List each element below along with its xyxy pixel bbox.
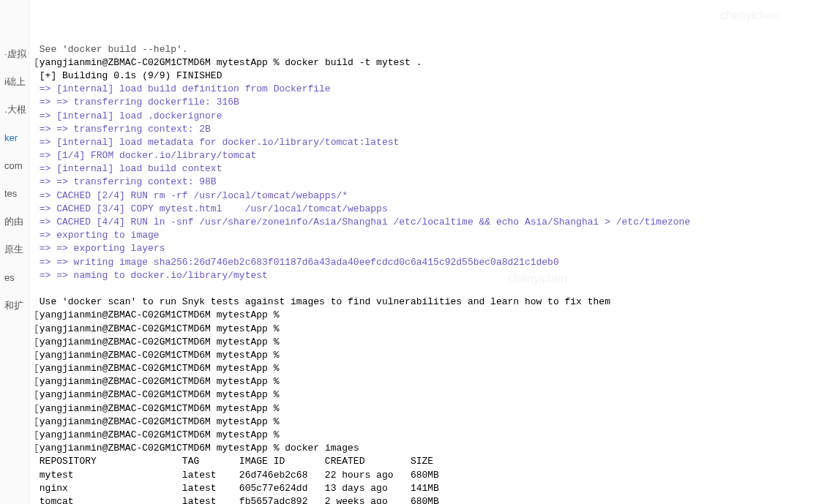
- shell-command: docker build -t mytest .: [285, 57, 422, 68]
- terminal-line: => CACHED [4/4] RUN ln -snf /usr/share/z…: [34, 216, 812, 229]
- sidebar-item-6[interactable]: 的由: [0, 208, 29, 236]
- sidebar-item-2[interactable]: .大根: [0, 96, 29, 124]
- watermark-1: chenyichen: [720, 7, 779, 23]
- shell-prompt: yangjianmin@ZBMAC-C02GM1CTMD6M mytestApp…: [40, 336, 285, 347]
- terminal-line: [+] Building 0.1s (9/9) FINISHED: [34, 69, 812, 83]
- terminal-line: [yangjianmin@ZBMAC-C02GM1CTMD6M mytestAp…: [34, 362, 812, 375]
- sidebar-item-1[interactable]: i础上: [0, 68, 29, 96]
- terminal-line: [yangjianmin@ZBMAC-C02GM1CTMD6M mytestAp…: [34, 415, 812, 429]
- terminal-line: [yangjianmin@ZBMAC-C02GM1CTMD6M mytestAp…: [34, 402, 812, 415]
- terminal-line: => CACHED [2/4] RUN rm -rf /usr/local/to…: [34, 189, 812, 203]
- terminal-line: => [internal] load .dockerignore: [34, 110, 812, 123]
- sidebar-item-3[interactable]: ker: [0, 124, 29, 152]
- shell-prompt: yangjianmin@ZBMAC-C02GM1CTMD6M mytestApp…: [40, 57, 285, 68]
- terminal-line: => CACHED [3/4] COPY mytest.html /usr/lo…: [34, 203, 812, 216]
- terminal-line: [yangjianmin@ZBMAC-C02GM1CTMD6M mytestAp…: [34, 323, 812, 336]
- terminal-line: Use 'docker scan' to run Snyk tests agai…: [34, 296, 812, 309]
- shell-prompt: yangjianmin@ZBMAC-C02GM1CTMD6M mytestApp…: [40, 389, 285, 400]
- sidebar-item-4[interactable]: com: [0, 152, 29, 180]
- sidebar: ·虚拟 i础上 .大根 ker com tes 的由 原生 es 和扩: [0, 0, 29, 504]
- terminal-line: => => writing image sha256:26d746eb2c683…: [34, 256, 812, 269]
- terminal-line: => => transferring context: 98B: [34, 176, 812, 189]
- terminal-line: [yangjianmin@ZBMAC-C02GM1CTMD6M mytestAp…: [34, 442, 812, 455]
- images-table-header: REPOSITORY TAG IMAGE ID CREATED SIZE: [34, 455, 812, 468]
- terminal-line: [yangjianmin@ZBMAC-C02GM1CTMD6M mytestAp…: [34, 56, 812, 69]
- terminal-line: [yangjianmin@ZBMAC-C02GM1CTMD6M mytestAp…: [34, 429, 812, 442]
- sidebar-item-8[interactable]: es: [0, 264, 29, 292]
- terminal-line: => => transferring context: 2B: [34, 123, 812, 136]
- terminal-line: [yangjianmin@ZBMAC-C02GM1CTMD6M mytestAp…: [34, 336, 812, 349]
- terminal-line: => [1/4] FROM docker.io/library/tomcat: [34, 149, 812, 162]
- shell-command: docker images: [285, 443, 359, 454]
- terminal-line: [yangjianmin@ZBMAC-C02GM1CTMD6M mytestAp…: [34, 375, 812, 388]
- terminal-line: => => transferring dockerfile: 316B: [34, 96, 812, 109]
- shell-prompt: yangjianmin@ZBMAC-C02GM1CTMD6M mytestApp…: [40, 403, 285, 414]
- terminal-line: => exporting to image: [34, 229, 812, 242]
- terminal-line: => [internal] load metadata for docker.i…: [34, 136, 812, 149]
- sidebar-item-7[interactable]: 原生: [0, 236, 29, 263]
- shell-prompt: yangjianmin@ZBMAC-C02GM1CTMD6M mytestApp…: [40, 350, 285, 361]
- sidebar-item-0[interactable]: ·虚拟: [0, 40, 29, 68]
- terminal-line: => => exporting layers: [34, 242, 812, 255]
- terminal-line: See 'docker build --help'.: [34, 43, 812, 56]
- images-table-row: nginx latest 605c77e624dd 13 days ago 14…: [34, 482, 812, 495]
- terminal-line: => [internal] load build context: [34, 162, 812, 176]
- shell-prompt: yangjianmin@ZBMAC-C02GM1CTMD6M mytestApp…: [40, 376, 285, 387]
- shell-prompt: yangjianmin@ZBMAC-C02GM1CTMD6M mytestApp…: [40, 323, 285, 334]
- terminal-output[interactable]: chenyichen chenyichen See 'docker build …: [29, 0, 816, 504]
- shell-prompt: yangjianmin@ZBMAC-C02GM1CTMD6M mytestApp…: [40, 429, 285, 440]
- images-table-row: mytest latest 26d746eb2c68 22 hours ago …: [34, 469, 812, 482]
- shell-prompt: yangjianmin@ZBMAC-C02GM1CTMD6M mytestApp…: [40, 363, 285, 374]
- sidebar-item-5[interactable]: tes: [0, 180, 29, 208]
- shell-prompt: yangjianmin@ZBMAC-C02GM1CTMD6M mytestApp…: [40, 309, 285, 320]
- terminal-line: => => naming to docker.io/library/mytest: [34, 269, 812, 282]
- sidebar-item-9[interactable]: 和扩: [0, 292, 29, 320]
- terminal-line: [yangjianmin@ZBMAC-C02GM1CTMD6M mytestAp…: [34, 349, 812, 362]
- images-table-row: tomcat latest fb5657adc892 2 weeks ago 6…: [34, 495, 812, 504]
- terminal-line: [yangjianmin@ZBMAC-C02GM1CTMD6M mytestAp…: [34, 309, 812, 322]
- shell-prompt: yangjianmin@ZBMAC-C02GM1CTMD6M mytestApp…: [40, 443, 285, 454]
- terminal-line: [yangjianmin@ZBMAC-C02GM1CTMD6M mytestAp…: [34, 388, 812, 402]
- shell-prompt: yangjianmin@ZBMAC-C02GM1CTMD6M mytestApp…: [40, 416, 285, 427]
- terminal-line: => [internal] load build definition from…: [34, 83, 812, 96]
- terminal-line: [34, 282, 812, 296]
